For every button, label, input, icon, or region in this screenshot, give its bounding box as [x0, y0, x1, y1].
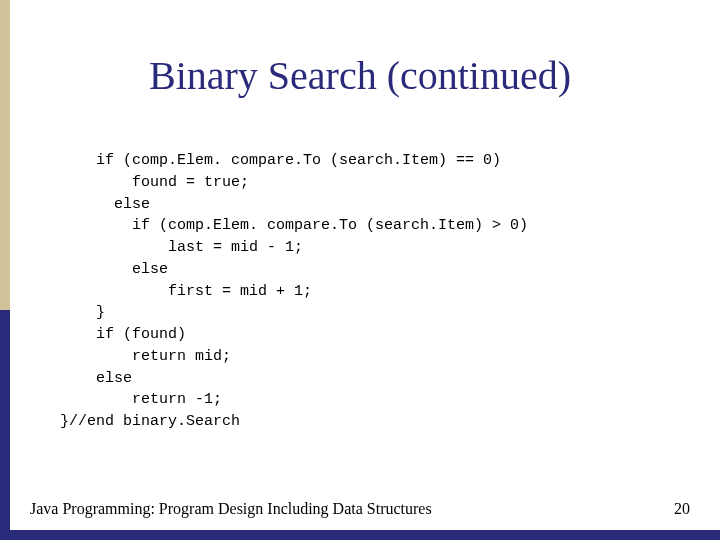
slide: Binary Search (continued) if (comp.Elem.…	[0, 0, 720, 540]
side-accent-blue	[0, 310, 10, 530]
code-block: if (comp.Elem. compare.To (search.Item) …	[60, 150, 528, 433]
page-number: 20	[674, 500, 690, 518]
footer-text: Java Programming: Program Design Includi…	[30, 500, 432, 518]
slide-title: Binary Search (continued)	[0, 52, 720, 99]
bottom-accent-bar	[0, 530, 720, 540]
